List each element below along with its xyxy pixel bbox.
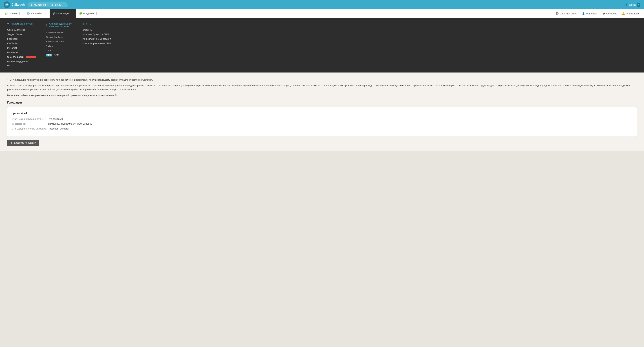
- logo[interactable]: Calltouch: [4, 2, 25, 8]
- crm-icon: ◫: [82, 22, 84, 25]
- menu-item-vk[interactable]: VK: [7, 64, 35, 68]
- integrations-label: Интеграции: [56, 12, 69, 15]
- external-header: ⟳ Отправка данных вовнешние системы: [46, 22, 72, 28]
- ga-label: Google Analytics: [46, 36, 64, 38]
- menu-item-ms-dynamics[interactable]: Microsoft Dynamics CRM: [82, 32, 111, 36]
- nav-bar: 📊 Отчеты ⋮ ⚙️ Настройки ⋮ 🔗 Интеграции ⋮…: [0, 10, 644, 18]
- calltovisit-label: CallToVisit: [7, 42, 18, 45]
- adwords-label: Google AdWords: [7, 28, 25, 31]
- training-label: Обучение: [606, 12, 617, 15]
- add-platform-icon: ⊞: [10, 142, 12, 144]
- nav-item-integrations[interactable]: 🔗 Интеграции ⋮: [50, 10, 76, 18]
- products-icon: 🧩: [79, 12, 82, 15]
- feedback-icon: 💬: [556, 12, 558, 15]
- menu-item-amocrm[interactable]: amoCRM: [82, 28, 111, 32]
- logout-button[interactable]: ⎋: [637, 3, 640, 7]
- platform-row-offers: ID офферов: dkjhfbvd32, dkvbd3498, 3f444…: [12, 122, 632, 125]
- external-title: Отправка данных вовнешние системы: [50, 22, 72, 28]
- amocrm-label: amoCRM: [82, 28, 92, 31]
- menu-item-facebook[interactable]: Facebook: [7, 36, 35, 41]
- logo-icon: [4, 2, 10, 8]
- marketcall-label: Marketcall: [7, 51, 18, 54]
- feedback-label: Обратная связь: [560, 12, 577, 15]
- platform-name: cpaservice1: [12, 112, 632, 115]
- api-label: API и Webhooks: [46, 31, 64, 34]
- menu-item-alytics[interactable]: Alytics: [46, 44, 72, 48]
- nav-item-reports[interactable]: 📊 Отчеты ⋮: [2, 10, 24, 18]
- menu-item-adwords[interactable]: Google AdWords: [7, 28, 35, 32]
- training-icon: 🎓: [602, 12, 605, 15]
- content-body: 4. CPA-площадка при получение нового или…: [0, 72, 644, 151]
- site-icon: 🖥: [51, 4, 53, 6]
- ms-dynamics-label: Microsoft Dynamics CRM: [82, 33, 109, 36]
- nav-notifications[interactable]: 🔔 Оповещения: [620, 10, 642, 18]
- offers-label: ID офферов:: [12, 122, 48, 125]
- menu-item-marketcall[interactable]: Marketcall: [7, 50, 35, 55]
- nav-right: 💬 Обратная связь 👤 Менеджер 🎓 Обучение 🔔…: [554, 10, 642, 18]
- reports-dots: ⋮: [18, 12, 21, 15]
- offers-value: dkjhfbvd32, dkvbd3498, 3f4443ff, 2343542: [48, 122, 92, 125]
- menu-item-cpa[interactable]: CPA-площадки: [7, 55, 35, 59]
- menu-item-ga[interactable]: Google Analytics: [46, 35, 72, 39]
- notifications-label: Оповещения: [626, 12, 640, 15]
- statuses-label: Статусы для импорта расходов:: [12, 127, 48, 130]
- add-platform-label: Добавить площадку: [14, 142, 36, 144]
- account-badge[interactable]: 🖥 My account → 🖥 site.ru ⋯: [28, 2, 68, 7]
- main-content: 4. CPA-площадка при получение нового или…: [0, 72, 644, 151]
- platform-row-statuses: Статусы для импорта расходов: Проверен, …: [12, 127, 632, 130]
- platform-card: cpaservice1 Статические оффлайн пулы: Пу…: [7, 107, 637, 137]
- nav-training[interactable]: 🎓 Обучение: [600, 10, 619, 18]
- platforms-title: Площадки: [7, 101, 637, 104]
- menu-item-dcm[interactable]: NEW DCM: [46, 53, 72, 57]
- settings-dots: ⋮: [44, 12, 47, 15]
- notifications-icon: 🔔: [622, 12, 625, 15]
- products-label: Продукты: [83, 12, 94, 15]
- pools-label: Статические оффлайн пулы:: [12, 118, 48, 120]
- user-name: alftest: [629, 4, 636, 6]
- advertising-title: Рекламные системы: [11, 22, 33, 25]
- user-area: 👤 alftest ⎋: [625, 3, 640, 7]
- header-left: Calltouch 🖥 My account → 🖥 site.ru ⋯: [4, 2, 68, 8]
- advertising-header: ⟳ Рекламные системы: [7, 22, 35, 25]
- cpa-arrow-indicator: [26, 56, 35, 58]
- dcm-label: DCM: [54, 54, 59, 56]
- user-icon: 👤: [625, 4, 628, 6]
- menu-item-yandex-direct[interactable]: Яндекс.Директ: [7, 32, 35, 36]
- integrations-icon: 🔗: [52, 12, 55, 15]
- criteo-label: Criteo: [46, 49, 52, 52]
- reports-icon: 📊: [5, 12, 8, 15]
- menu-item-manual[interactable]: Ручной ввод данных: [7, 59, 35, 64]
- nav-item-products[interactable]: 🧩 Продукты ⋮: [76, 10, 101, 18]
- nav-manager[interactable]: 👤 Менеджер: [580, 10, 600, 18]
- menu-item-infoclinica[interactable]: Инфоклиника и Инфодент: [82, 36, 111, 41]
- settings-label: Настройки: [31, 12, 42, 15]
- settings-icon: ⚙️: [27, 12, 30, 15]
- menu-item-api[interactable]: API и Webhooks: [46, 30, 72, 35]
- menu-section-advertising: ⟳ Рекламные системы Google AdWords Яндек…: [7, 22, 35, 68]
- products-dots: ⋮: [95, 12, 98, 15]
- vk-label: VK: [7, 64, 10, 67]
- top-header: Calltouch 🖥 My account → 🖥 site.ru ⋯ 👤 a…: [0, 0, 644, 10]
- menu-item-criteo[interactable]: Criteo: [46, 48, 72, 53]
- manager-icon: 👤: [582, 12, 585, 15]
- paragraph-unlimited: Вы можете добавить неограниченное кол-во…: [7, 94, 637, 98]
- menu-item-calltovisit[interactable]: CallToVisit: [7, 41, 35, 46]
- platform-row-pools: Статические оффлайн пулы: Пул для CPA1: [12, 118, 632, 120]
- reports-label: Отчеты: [9, 12, 17, 15]
- yandex-direct-label: Яндекс.Директ: [7, 33, 24, 36]
- nav-item-settings[interactable]: ⚙️ Настройки ⋮: [24, 10, 50, 18]
- paragraph-5: 5. Если в постбэке содержится ID оффера,…: [7, 84, 637, 92]
- cpa-label: CPA-площадки: [7, 56, 24, 58]
- account-icon: 🖥: [30, 4, 32, 6]
- menu-item-mytarget[interactable]: myTarget: [7, 46, 35, 50]
- statuses-value: Проверен, Оплачен: [48, 127, 70, 130]
- dcm-new-badge: NEW: [46, 54, 52, 56]
- add-platform-button[interactable]: ⊞ Добавить площадку: [7, 140, 39, 146]
- logo-text: Calltouch: [12, 3, 25, 6]
- nav-feedback[interactable]: 💬 Обратная связь: [554, 10, 579, 18]
- paragraph-4: 4. CPA-площадка при получение нового или…: [7, 78, 637, 82]
- menu-item-more-crm[interactable]: И еще 14 различных CRM: [82, 41, 111, 46]
- site-label: site.ru: [55, 4, 61, 6]
- metrika-label: Яндекс.Метрика: [46, 40, 64, 43]
- menu-item-metrika[interactable]: Яндекс.Метрика: [46, 39, 72, 44]
